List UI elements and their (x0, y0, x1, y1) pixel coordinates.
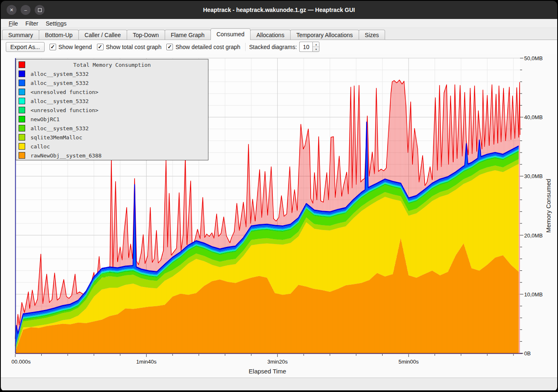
legend-entry-label: alloc__system_5332 (31, 80, 89, 86)
y-tick-label: 40,0MB (524, 114, 543, 120)
tab-consumed[interactable]: Consumed (210, 28, 251, 40)
close-icon[interactable]: ✕ (7, 5, 17, 15)
legend-entry-label: newObjRC1 (31, 116, 59, 122)
legend-entry: newObjRC1 (16, 115, 208, 124)
maximize-square (38, 8, 42, 12)
legend-swatch (19, 116, 25, 122)
legend-entry: <unresolved function> (16, 87, 208, 96)
tab-summary[interactable]: Summary (2, 30, 39, 40)
legend-swatch (19, 98, 25, 104)
y-axis-title: Memory Consumed (545, 179, 552, 233)
x-tick-label: 5min00s (398, 359, 418, 365)
spin-up-icon[interactable]: ▲ (313, 42, 319, 47)
toolbar: Export As... ✓ Show legend ✓ Show total … (1, 40, 557, 54)
y-tick-label: 20,0MB (524, 232, 543, 238)
menu-filter[interactable]: Filter (22, 20, 42, 27)
legend-swatch (19, 70, 25, 77)
show-detailed-cost-label: Show detailed cost graph (175, 44, 240, 50)
y-tick-label: 0B (524, 350, 531, 357)
show-legend-label: Show legend (59, 44, 92, 50)
y-tick-label: 30,0MB (524, 173, 543, 179)
legend-entry: rawNewObj__system_6388 (16, 151, 208, 160)
show-detailed-cost-checkbox[interactable]: ✓ Show detailed cost graph (166, 44, 240, 50)
window-title: Heaptrack - heaptrack.wakunode.1.gz — He… (203, 7, 355, 13)
menubar: File Filter Settings (1, 19, 557, 28)
legend-entry: alloc__system_5332 (16, 124, 208, 133)
legend-swatch (19, 152, 25, 159)
export-as-button[interactable]: Export As... (6, 42, 45, 52)
legend-title-row: Total Memory Consumption (16, 60, 208, 69)
tab-sizes[interactable]: Sizes (359, 30, 385, 40)
checkbox-icon: ✓ (50, 44, 56, 50)
stacked-diagrams-stepper[interactable]: 10 ▲ ▼ (299, 42, 319, 52)
legend-entry-label: <unresolved function> (31, 89, 98, 95)
x-tick-label: 3min20s (267, 359, 288, 365)
legend-swatch (19, 125, 25, 131)
legend-swatch (19, 80, 25, 86)
legend-swatch (19, 107, 25, 113)
tab-temporary-allocations[interactable]: Temporary Allocations (290, 30, 359, 40)
show-total-cost-checkbox[interactable]: ✓ Show total cost graph (97, 44, 162, 50)
menu-settings[interactable]: Settings (42, 20, 71, 27)
legend-entry-label: rawNewObj__system_6388 (31, 153, 102, 159)
legend-entry: alloc__system_5332 (16, 96, 208, 106)
legend-entry-label: sqlite3MemMalloc (31, 134, 82, 141)
legend-entry-label: alloc__system_5332 (31, 71, 89, 77)
heaptrack-window: ✕ – Heaptrack - heaptrack.wakunode.1.gz … (0, 0, 558, 392)
y-tick-label: 50,0MB (524, 55, 543, 61)
stacked-diagrams-value[interactable]: 10 (299, 42, 312, 52)
memory-consumption-chart[interactable]: Total Memory Consumptionalloc__system_53… (1, 54, 557, 378)
spin-buttons: ▲ ▼ (312, 42, 319, 52)
tab-top-down[interactable]: Top-Down (127, 30, 165, 40)
legend-swatch (19, 134, 25, 141)
y-tick-label: 10,0MB (524, 291, 543, 297)
legend-entry-label: alloc__system_5332 (31, 98, 89, 104)
show-legend-checkbox[interactable]: ✓ Show legend (50, 44, 92, 50)
status-strip (1, 378, 557, 390)
chart-legend: Total Memory Consumptionalloc__system_53… (16, 59, 208, 160)
legend-entry-label: calloc (31, 143, 50, 150)
legend-entry-label: alloc__system_5332 (31, 125, 89, 131)
tab-bar: Summary Bottom-Up Caller / Callee Top-Do… (1, 28, 557, 40)
titlebar[interactable]: ✕ – Heaptrack - heaptrack.wakunode.1.gz … (1, 1, 557, 19)
legend-swatch (19, 89, 25, 95)
stacked-diagrams-label: Stacked diagrams: (249, 44, 297, 50)
x-axis-title: Elapsed Time (249, 368, 286, 375)
tab-caller-callee[interactable]: Caller / Callee (78, 30, 127, 40)
tab-bottom-up[interactable]: Bottom-Up (39, 30, 79, 40)
legend-entry: <unresolved function> (16, 106, 208, 115)
minimize-icon[interactable]: – (21, 5, 31, 15)
checkbox-icon: ✓ (97, 44, 104, 50)
legend-title: Total Memory Consumption (16, 62, 208, 68)
legend-entry: sqlite3MemMalloc (16, 133, 208, 142)
x-tick-label: 00.000s (12, 359, 31, 365)
x-tick-label: 1min40s (136, 359, 156, 365)
tab-allocations[interactable]: Allocations (250, 30, 291, 40)
toolbar-separator (245, 43, 246, 51)
maximize-icon[interactable] (35, 5, 45, 15)
legend-entry: alloc__system_5332 (16, 78, 208, 87)
show-total-cost-label: Show total cost graph (106, 44, 162, 50)
spin-down-icon[interactable]: ▼ (313, 47, 319, 52)
tab-flame-graph[interactable]: Flame Graph (165, 30, 211, 40)
legend-entry: calloc (16, 142, 208, 151)
window-controls: ✕ – (7, 5, 45, 15)
checkbox-icon: ✓ (166, 44, 173, 50)
legend-swatch (19, 143, 25, 150)
legend-entry-label: <unresolved function> (31, 107, 98, 113)
menu-file[interactable]: File (5, 20, 22, 27)
legend-entry: alloc__system_5332 (16, 69, 208, 78)
